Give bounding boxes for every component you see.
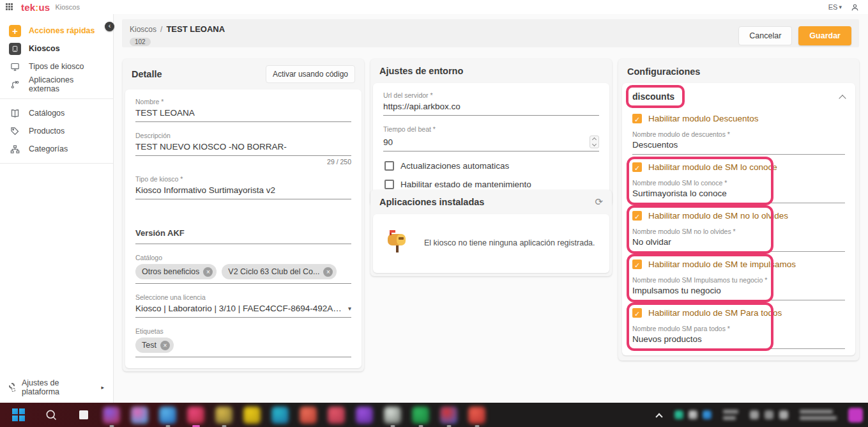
kiosk-id-badge: 102: [130, 38, 151, 46]
taskbar-app-icon[interactable]: [328, 407, 345, 424]
modulo-name-input[interactable]: No olvidar: [632, 237, 845, 251]
sidebar-item-categorias[interactable]: Categorías: [0, 140, 113, 158]
checkbox-modulo-sm-no-lo-olvides[interactable]: ✓ Habilitar modulo de SM no lo olvides: [632, 211, 845, 221]
taskbar-app-icon[interactable]: [159, 407, 176, 424]
taskbar-app-icon[interactable]: [103, 407, 120, 424]
sidebar-item-kioscos[interactable]: Kioscos: [0, 40, 113, 58]
checkbox-estado-mantenimiento[interactable]: Habilitar estado de mantenimiento: [385, 180, 598, 189]
sidebar-item-productos[interactable]: Productos: [0, 122, 113, 140]
descripcion-field[interactable]: Descripción TEST NUEVO KIOSCO -NO BORRAR…: [135, 132, 351, 166]
taskbar-app-icon[interactable]: [187, 407, 204, 424]
modulo-name-input[interactable]: Surtimayorista lo conoce: [632, 189, 845, 203]
card-title-aplicaciones: Aplicaciones instaladas: [379, 197, 484, 207]
chip-close-icon[interactable]: ×: [160, 341, 170, 350]
page-header: Kioscos/TEST LEOANA 102 Cancelar Guardar: [122, 19, 859, 47]
sidebar-item-ajustes-de-plataforma[interactable]: Ajustes de plataforma ▸: [0, 378, 113, 396]
taskbar-app-icon[interactable]: [356, 407, 373, 424]
chip-close-icon[interactable]: ×: [203, 267, 213, 277]
tray-app-icon[interactable]: [703, 410, 712, 419]
start-button[interactable]: [10, 407, 27, 423]
nombre-field[interactable]: Nombre * TEST LEOANA: [135, 98, 351, 122]
cancel-button[interactable]: Cancelar: [738, 26, 792, 45]
taskbar-app-icon[interactable]: [243, 407, 261, 424]
taskbar-app-icon[interactable]: [271, 407, 289, 424]
chip-close-icon[interactable]: ×: [323, 267, 333, 277]
task-view-button[interactable]: [75, 407, 92, 423]
checkbox-unchecked[interactable]: [385, 161, 394, 171]
tag-chip[interactable]: Test×: [135, 338, 174, 353]
book-icon: [9, 109, 21, 118]
config-group-sm-no-lo-olvides: ✓ Habilitar modulo de SM no lo olvides N…: [632, 203, 845, 252]
sidebar-footer-label: Ajustes de plataforma: [22, 378, 93, 396]
save-button[interactable]: Guardar: [798, 26, 851, 45]
notification-center-button[interactable]: [848, 408, 863, 423]
taskbar-app-icon[interactable]: [384, 407, 401, 424]
sidebar-item-catalogos[interactable]: Catálogos: [0, 104, 113, 122]
modulo-name-input[interactable]: Nuevos productos: [632, 334, 845, 348]
licencia-select[interactable]: Seleccione una licencia Kiosco | Laborat…: [135, 293, 351, 318]
modulo-name-input[interactable]: Impulsamos tu negocio: [632, 286, 845, 300]
number-stepper[interactable]: [590, 136, 599, 148]
apps-grid-icon[interactable]: [6, 3, 13, 11]
tray-chevron-up-icon[interactable]: [655, 413, 662, 420]
sidebar-item-label: Tipos de kiosco: [29, 62, 84, 71]
tiempo-beat-field[interactable]: Tiempo del beat * 90: [383, 125, 599, 151]
catalogo-field[interactable]: Catálogo Otros beneficios× V2 Ciclo 63 C…: [135, 254, 351, 284]
sidebar-divider: [0, 163, 113, 164]
sidebar-item-tipos-de-kiosco[interactable]: Tipos de kiosco: [0, 58, 113, 75]
activate-with-code-button[interactable]: Activar usando código: [266, 65, 355, 83]
checkbox-modulo-sm-te-impulsamos[interactable]: ✓ Habilitar modulo de SM te impulsamos: [632, 260, 845, 269]
quick-settings-blurred[interactable]: [750, 410, 788, 419]
checkbox-actualizaciones-automaticas[interactable]: Actualizaciones automaticas: [385, 161, 598, 171]
refresh-icon[interactable]: ⟳: [595, 196, 603, 208]
checkbox-modulo-sm-para-todos[interactable]: ✓ Habilitar modulo de SM Para todos: [632, 308, 845, 318]
checkbox-checked[interactable]: ✓: [632, 260, 642, 269]
taskbar-app-icon[interactable]: [440, 407, 457, 424]
windows-taskbar: [0, 403, 868, 427]
tray-app-icon[interactable]: [689, 410, 697, 419]
chevron-up-icon[interactable]: [839, 95, 846, 102]
checkbox-unchecked[interactable]: [385, 180, 394, 189]
tray-app-icon[interactable]: [674, 410, 683, 419]
catalog-chip[interactable]: Otros beneficios×: [135, 264, 217, 279]
catalog-chip[interactable]: V2 Ciclo 63 Club del Co...×: [222, 264, 337, 279]
breadcrumb-kioscos[interactable]: Kioscos: [130, 25, 156, 34]
taskbar-app-icon[interactable]: [300, 407, 317, 424]
empty-apps-message: El kiosco no tiene ninguna aplicación re…: [424, 238, 595, 247]
plus-icon: +: [9, 25, 21, 37]
taskbar-app-icon[interactable]: [215, 407, 232, 424]
card-ajustes-entorno: Ajustes de entorno Url del servidor * ht…: [370, 59, 612, 206]
sidebar-item-label: Categorías: [29, 144, 68, 153]
language-indicator-blurred[interactable]: [723, 410, 738, 420]
sidebar-collapse-button[interactable]: ‹: [105, 22, 114, 31]
checkbox-checked[interactable]: ✓: [632, 308, 642, 318]
search-icon: [45, 408, 57, 421]
modulo-name-input[interactable]: Descuentos: [632, 140, 845, 154]
user-account-icon[interactable]: [851, 3, 859, 12]
clock-date-blurred[interactable]: [800, 410, 837, 420]
char-counter: 29 / 250: [135, 158, 351, 166]
kiosk-icon: [9, 43, 21, 55]
checkbox-modulo-sm-lo-conoce[interactable]: ✓ Habilitar modulo de SM lo conoce: [632, 162, 845, 172]
taskbar-app-icon[interactable]: [468, 407, 485, 424]
discounts-panel-header[interactable]: discounts: [632, 91, 845, 102]
version-akf-field[interactable]: Versión AKF: [135, 228, 351, 244]
tipo-kiosco-field[interactable]: Tipo de kiosco * Kiosco Informativo Surt…: [135, 175, 351, 199]
search-button[interactable]: [43, 407, 59, 423]
etiquetas-field[interactable]: Etiquetas Test×: [135, 327, 351, 357]
sitemap-icon: [9, 144, 21, 154]
tray-icons[interactable]: [674, 410, 712, 419]
sidebar-item-aplicaciones-externas[interactable]: Aplicaciones externas: [0, 75, 113, 93]
checkbox-modulo-descuentos[interactable]: ✓ Habilitar modulo Descuentos: [632, 114, 845, 123]
tag-icon: [9, 127, 21, 136]
taskbar-app-icon[interactable]: [412, 407, 429, 424]
checkbox-checked[interactable]: ✓: [632, 114, 642, 123]
config-group-descuentos: ✓ Habilitar modulo Descuentos Nombre mod…: [632, 106, 845, 155]
checkbox-checked[interactable]: ✓: [632, 162, 642, 172]
sidebar-item-acciones-rapidas[interactable]: + Acciones rápidas: [0, 22, 113, 40]
url-servidor-field[interactable]: Url del servidor * https://api.arkbox.co: [383, 91, 599, 116]
gears-icon: [9, 383, 15, 392]
taskbar-app-icon[interactable]: [131, 407, 148, 424]
checkbox-checked[interactable]: ✓: [632, 211, 642, 221]
language-selector[interactable]: ES▾: [828, 3, 842, 11]
